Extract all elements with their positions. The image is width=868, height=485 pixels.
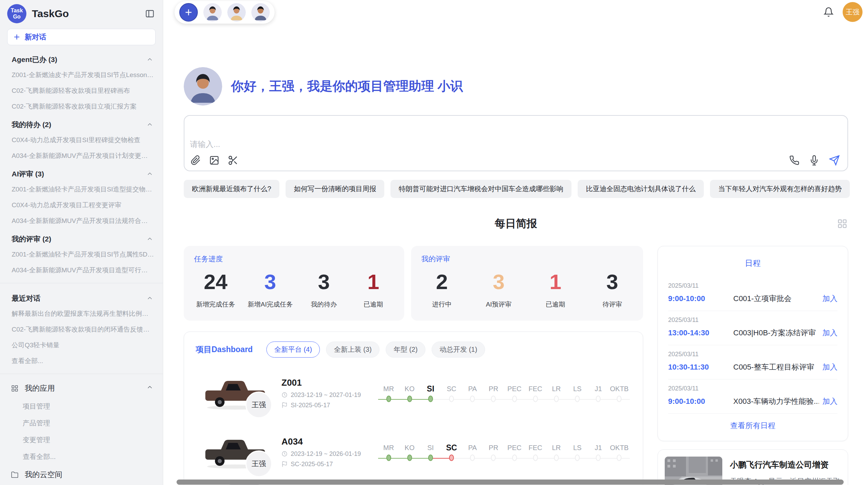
sidebar-item[interactable]: C02-飞腾新能源轻客改款项目立项汇报方案 (0, 99, 163, 114)
milestone-dot-row (546, 454, 567, 463)
sidebar: Task Go TaskGo 新对话 Agent已办 (3)Z001-全新燃油皮… (0, 0, 163, 485)
milestone-FEC: FEC (525, 383, 546, 404)
milestone-LS: LS (567, 442, 588, 463)
sidebar-item[interactable]: 查看全部... (0, 353, 163, 369)
suggestion-chip[interactable]: 比亚迪全固态电池计划具体说了什么 (578, 180, 704, 198)
project-name: Z001 (281, 377, 369, 388)
chevron-up-icon (146, 384, 153, 391)
sidebar-item[interactable]: C02-飞腾新能源轻客改款项目的闭环通告反馈情况 (0, 322, 163, 337)
event-name: C005-整车工程目标评审 (733, 362, 819, 372)
milestone-PA: PA (462, 442, 483, 463)
milestone-label: LR (546, 442, 567, 454)
milestone-dot-row (420, 395, 441, 404)
horizontal-scrollbar[interactable] (177, 480, 844, 485)
stat-label: 已逾期 (537, 300, 574, 309)
sidebar-item[interactable]: Z001-全新燃油轻卡产品开发项目SI造型提交物评审 (0, 182, 163, 197)
app-sub-item[interactable]: 变更管理 (0, 432, 163, 448)
notification-bell-icon[interactable] (823, 7, 834, 17)
sidebar-section-header[interactable]: 我的待办 (2) (0, 114, 163, 132)
sidebar-item[interactable]: A034-全新新能源MUV产品开发项目计划变更表编写 (0, 148, 163, 164)
sidebar-item[interactable]: Z001-全新燃油皮卡产品开发项目SI节点Lesson Learn报告 (0, 67, 163, 83)
milestone-dot-row (441, 395, 462, 404)
sidebar-item[interactable]: A034-全新新能源MUV产品开发项目法规符合性评审 (0, 213, 163, 229)
sidebar-item[interactable]: C0X4-动力总成开发项目SI里程碑提交物检查 (0, 132, 163, 148)
milestone-label: SI (420, 442, 441, 454)
send-icon[interactable] (829, 155, 840, 166)
avatar-woman-1[interactable] (227, 3, 246, 22)
layout-grid-icon[interactable] (837, 219, 847, 229)
stat: 1 已逾期 (537, 269, 574, 309)
dashboard-tab[interactable]: 年型 (2) (386, 341, 425, 358)
avatar-woman-1[interactable] (227, 3, 246, 22)
milestone-date: SC-2025-05-17 (291, 461, 333, 468)
sidebar-section-header[interactable]: AI评审 (3) (0, 164, 163, 182)
new-chat-button[interactable]: 新对话 (7, 29, 156, 45)
sidebar-section-header[interactable]: 最近对话 (0, 288, 163, 306)
sidebar-section-header[interactable]: 我的评审 (2) (0, 229, 163, 247)
chevron-up-icon (146, 56, 153, 63)
microphone-icon[interactable] (809, 155, 819, 165)
stat-value: 3 (480, 269, 517, 295)
sidebar-collapse-icon[interactable] (145, 9, 155, 18)
milestone-label: PEC (504, 442, 525, 454)
flag-icon (281, 461, 288, 467)
avatar-woman-2[interactable] (251, 3, 270, 22)
app-sub-item[interactable]: 产品管理 (0, 415, 163, 432)
scissors-icon[interactable] (228, 155, 239, 166)
sidebar-item-my-apps[interactable]: 我的应用 (0, 379, 163, 398)
project-row[interactable]: 王强 A034 2023-12-19 ~ 2026-01-19 SC-2025-… (196, 425, 631, 480)
stat-label: 待评审 (594, 300, 631, 309)
suggestion-chip[interactable]: 欧洲新规最近颁布了什么? (184, 180, 279, 198)
assistant-avatar-image[interactable] (184, 67, 222, 105)
user-avatar[interactable]: 王强 (843, 2, 863, 22)
divider (0, 374, 163, 374)
milestone-dot-row (588, 454, 609, 463)
app-sub-item[interactable]: 项目管理 (0, 398, 163, 415)
avatar-man[interactable] (203, 3, 222, 22)
suggestion-chip[interactable]: 如何写一份清晰的项目周报 (286, 180, 384, 198)
avatar-man[interactable] (203, 3, 222, 22)
milestone-dot (449, 455, 454, 461)
sidebar-item[interactable]: A034-全新新能源MUV产品开发项目造型可行性评审 (0, 262, 163, 278)
milestone-dot-row (420, 454, 441, 463)
sidebar-item[interactable]: C0X4-动力总成开发项目工程变更评审 (0, 197, 163, 213)
stat-value: 24 (196, 269, 235, 295)
attachment-icon[interactable] (191, 155, 201, 165)
milestone-KO: KO (399, 442, 420, 463)
milestone-dot-row (378, 454, 399, 463)
join-link[interactable]: 加入 (822, 396, 837, 407)
dashboard-tab[interactable]: 全新平台 (4) (266, 341, 320, 358)
voice-call-icon[interactable] (789, 155, 799, 165)
dashboard-tab[interactable]: 全新上装 (3) (326, 341, 379, 358)
join-link[interactable]: 加入 (822, 362, 837, 372)
suggestion-chip[interactable]: 特朗普可能对进口汽车增税会对中国车企造成哪些影响 (390, 180, 571, 198)
sidebar-item-tool[interactable]: 我的云空间 (0, 465, 163, 484)
milestone-dot-row (483, 454, 504, 463)
sidebar-item[interactable]: 解释最新出台的欧盟报废车法规再生塑料比例被调至15%... (0, 306, 163, 322)
section-label: 最近对话 (12, 294, 40, 303)
assistant-avatar (184, 67, 222, 105)
avatar-woman-2[interactable] (251, 3, 270, 22)
my-apps-label: 我的应用 (25, 383, 55, 394)
view-all-schedule-link[interactable]: 查看所有日程 (668, 414, 837, 431)
insert-image-icon[interactable] (209, 155, 219, 165)
suggestion-chip[interactable]: 当下年轻人对汽车外观有怎样的喜好趋势 (710, 180, 850, 198)
grid-icon (11, 385, 19, 392)
milestone-dot-row (609, 454, 630, 463)
milestone-label: J1 (588, 442, 609, 454)
message-input[interactable]: 请输入... (184, 115, 848, 171)
plus-icon (13, 33, 21, 41)
daily-briefing-header: 每日简报 (184, 216, 848, 231)
add-conversation-button[interactable] (179, 3, 198, 22)
sidebar-item[interactable]: C02-飞腾新能源轻客改款项目里程碑画布 (0, 83, 163, 99)
app-sub-item[interactable]: 查看全部... (0, 448, 163, 465)
sidebar-item[interactable]: 公司Q3轻卡销量 (0, 337, 163, 353)
join-link[interactable]: 加入 (822, 294, 837, 304)
milestone-OKTB: OKTB (609, 442, 630, 463)
sidebar-section-header[interactable]: Agent已办 (3) (0, 49, 163, 67)
join-link[interactable]: 加入 (822, 328, 837, 338)
sidebar-item[interactable]: Z001-全新燃油轻卡产品开发项目SI节点属性5D文件评审 (0, 247, 163, 262)
milestone-dot (554, 396, 559, 402)
project-row[interactable]: 王强 Z001 2023-12-19 ~ 2027-01-19 SI-2025-… (196, 366, 631, 421)
dashboard-tab[interactable]: 动总开发 (1) (432, 341, 485, 358)
